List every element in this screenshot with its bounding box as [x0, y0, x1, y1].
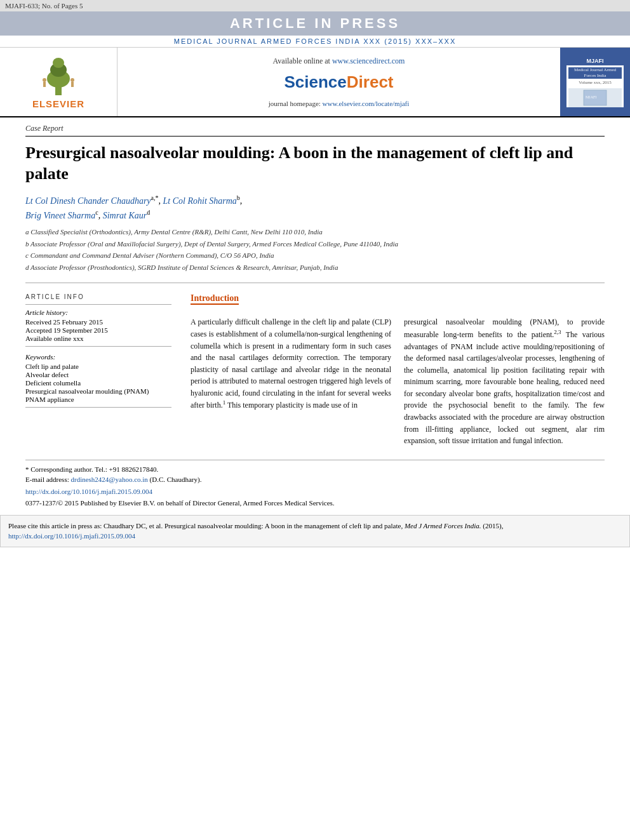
sciencedirect-url[interactable]: www.sciencedirect.com	[332, 57, 405, 65]
affiliation-b: b Associate Professor (Oral and Maxillof…	[25, 239, 605, 250]
keyword-2: Alveolar defect	[25, 371, 171, 378]
info-divider-bottom	[25, 407, 171, 408]
ref-2-3: 2,3	[554, 329, 561, 335]
article-history-label: Article history:	[25, 309, 171, 316]
author-1: Lt Col Dinesh Chander Chaudhary	[25, 196, 151, 206]
case-report-label: Case Report	[25, 117, 605, 137]
keywords-label: Keywords:	[25, 353, 171, 361]
keyword-1: Cleft lip and palate	[25, 363, 171, 370]
top-bar: MJAFI-633; No. of Pages 5	[0, 0, 630, 11]
email-line: E-mail address: drdinesh2424@yahoo.co.in…	[25, 474, 605, 485]
doi-line: http://dx.doi.org/10.1016/j.mjafi.2015.0…	[25, 486, 605, 497]
svg-point-4	[43, 78, 46, 82]
elsevier-tree-icon	[27, 55, 90, 96]
author-2-sup: b	[237, 194, 240, 201]
left-column: ARTICLE INFO Article history: Received 2…	[25, 293, 171, 451]
available-online-text: Available online at www.sciencedirect.co…	[273, 57, 405, 66]
affiliation-c: c Commandant and Command Dental Adviser …	[25, 250, 605, 261]
journal-homepage-link[interactable]: www.elsevier.com/locate/mjafi	[323, 100, 410, 107]
mjafi-header-text: MJAFI	[566, 57, 624, 65]
article-info-heading: ARTICLE INFO	[25, 293, 171, 300]
svg-rect-0	[55, 86, 62, 95]
svg-point-3	[53, 58, 64, 68]
footnotes: * Corresponding author. Tel.: +91 882621…	[25, 460, 605, 509]
authors-list: Lt Col Dinesh Chander Chaudharya,*, Lt C…	[25, 189, 605, 224]
svg-text:MJAFI: MJAFI	[586, 95, 596, 99]
manuscript-id: MJAFI-633; No. of Pages 5	[5, 2, 83, 10]
intro-right-text: presurgical nasoalveolar moulding (PNAM)…	[404, 316, 605, 451]
author-3-sup: c	[95, 209, 98, 216]
author-3: Brig Vineet Sharma	[25, 210, 95, 220]
article-in-press-banner: ARTICLE IN PRESS	[0, 11, 630, 36]
intro-body: A particularly difficult challenge in th…	[191, 316, 605, 451]
author-4: Simrat Kaur	[103, 210, 147, 220]
section-divider	[25, 283, 605, 283]
available-online: Available online xxx	[25, 335, 171, 342]
keyword-3: Deficient columella	[25, 379, 171, 387]
journal-name-italic: Med J Armed Forces India.	[405, 522, 481, 530]
keyword-5: PNAM appliance	[25, 396, 171, 403]
mjafi-logo-inner: MJAFI Medical Journal Armed Forces India…	[566, 57, 624, 107]
intro-paragraph-2: presurgical nasoalveolar moulding (PNAM)…	[404, 316, 605, 447]
svg-rect-7	[71, 82, 74, 87]
center-links: Available online at www.sciencedirect.co…	[117, 48, 560, 116]
intro-paragraph-1: A particularly difficult challenge in th…	[191, 316, 391, 411]
article-title: Presurgical nasoalveolar moulding: A boo…	[25, 137, 605, 189]
sciencedirect-logo: ScienceDirect	[285, 72, 394, 92]
two-column-layout: ARTICLE INFO Article history: Received 2…	[25, 287, 605, 451]
citation-doi-link[interactable]: http://dx.doi.org/10.1016/j.mjafi.2015.0…	[8, 532, 135, 540]
affiliation-d: d Associate Professor (Prosthodontics), …	[25, 262, 605, 273]
author-1-sup: a,*	[151, 194, 159, 201]
author-2: Lt Col Rohit Sharma	[163, 196, 237, 206]
citation-box: Please cite this article in press as: Ch…	[0, 515, 630, 547]
logo-area: ELSEVIER Available online at www.science…	[0, 48, 630, 117]
email-link[interactable]: drdinesh2424@yahoo.co.in	[70, 476, 147, 483]
intro-left-text: A particularly difficult challenge in th…	[191, 316, 391, 451]
right-column: Introduction A particularly difficult ch…	[191, 293, 605, 451]
doi-link[interactable]: http://dx.doi.org/10.1016/j.mjafi.2015.0…	[25, 488, 152, 495]
keyword-4: Presurgical nasoalveolar moulding (PNAM)	[25, 387, 171, 395]
accepted-date: Accepted 19 September 2015	[25, 326, 171, 334]
affiliation-a: a Classified Specialist (Orthodontics), …	[25, 227, 605, 237]
author-4-sup: d	[147, 209, 150, 216]
citation-text-prefix: Please cite this article in press as: Ch…	[8, 522, 503, 530]
svg-point-6	[70, 78, 74, 82]
svg-rect-5	[43, 82, 46, 87]
issn-line: 0377-1237/© 2015 Published by Elsevier B…	[25, 498, 605, 509]
elsevier-logo: ELSEVIER	[0, 48, 117, 116]
journal-homepage-text: journal homepage: www.elsevier.com/locat…	[269, 100, 410, 107]
mjafi-logo-box: MJAFI Medical Journal Armed Forces India…	[560, 48, 630, 116]
intro-section: Introduction	[191, 293, 605, 310]
elsevier-text: ELSEVIER	[32, 98, 84, 109]
intro-heading: Introduction	[191, 293, 239, 305]
main-content: Case Report Presurgical nasoalveolar mou…	[0, 117, 630, 509]
affiliations: a Classified Specialist (Orthodontics), …	[25, 224, 605, 279]
received-date: Received 25 February 2015	[25, 318, 171, 326]
corresponding-author: * Corresponding author. Tel.: +91 882621…	[25, 464, 605, 475]
journal-title-bar: MEDICAL JOURNAL ARMED FORCES INDIA XXX (…	[0, 36, 630, 48]
info-divider-top	[25, 304, 171, 305]
mjafi-thumbnail-icon: MJAFI	[582, 89, 608, 107]
info-divider-mid	[25, 346, 171, 347]
